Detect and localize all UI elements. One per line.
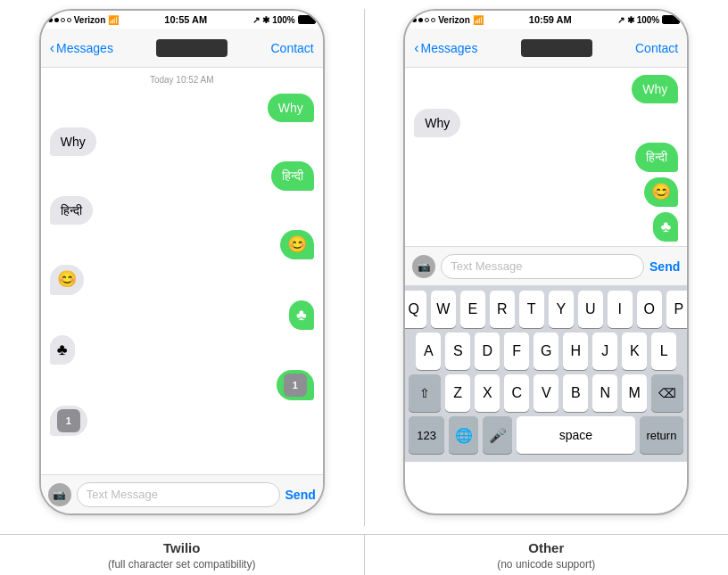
key-globe[interactable]: 🌐 <box>449 416 478 454</box>
contact-button[interactable]: Contact <box>270 41 313 55</box>
received-bubble: 😊 <box>50 265 84 294</box>
message-row: ♣ <box>50 300 314 330</box>
bluetooth-icon: ✱ <box>627 15 634 25</box>
key-s[interactable]: S <box>445 333 470 370</box>
key-l[interactable]: L <box>651 333 676 370</box>
sent-bubble: हिन्दी <box>271 161 314 190</box>
camera-icon[interactable]: 📷 <box>412 255 435 278</box>
message-row: Why <box>50 94 314 122</box>
key-e[interactable]: E <box>460 291 485 328</box>
back-label: Messages <box>421 41 478 55</box>
signal-dot-3 <box>61 18 65 22</box>
key-g[interactable]: G <box>534 333 558 370</box>
key-v[interactable]: V <box>534 374 558 412</box>
signal-dot-4 <box>67 18 71 22</box>
right-messages-area: Why Why हिन्दी 😊 ♣ <box>405 68 687 246</box>
key-d[interactable]: D <box>475 333 500 370</box>
contact-button[interactable]: Contact <box>635 41 678 55</box>
contact-name-redacted <box>521 39 592 57</box>
key-space[interactable]: space <box>517 416 634 454</box>
key-h[interactable]: H <box>563 333 588 370</box>
carrier-label: Verizon <box>74 15 106 25</box>
key-y[interactable]: Y <box>549 291 574 328</box>
input-placeholder: Text Message <box>451 259 522 273</box>
key-j[interactable]: J <box>592 333 617 370</box>
send-button[interactable]: Send <box>285 488 316 502</box>
main-container: Verizon 📶 10:55 AM ↗ ✱ 100% ‹ Messages <box>0 0 728 535</box>
left-status-left: Verizon 📶 <box>48 15 120 25</box>
wifi-icon: 📶 <box>108 15 119 25</box>
key-123[interactable]: 123 <box>409 416 444 454</box>
back-button[interactable]: ‹ Messages <box>414 40 477 56</box>
back-chevron-icon: ‹ <box>414 40 418 56</box>
key-mic[interactable]: 🎤 <box>483 416 512 454</box>
key-i[interactable]: I <box>608 291 633 328</box>
received-bubble: Why <box>414 109 460 137</box>
key-z[interactable]: Z <box>445 374 470 412</box>
battery-label: 100% <box>272 15 295 25</box>
key-t[interactable]: T <box>519 291 544 328</box>
key-b[interactable]: B <box>563 374 588 412</box>
message-row: हिन्दी <box>50 161 314 190</box>
sent-bubble: Why <box>268 94 314 122</box>
key-w[interactable]: W <box>431 291 456 328</box>
send-button[interactable]: Send <box>649 259 680 274</box>
delete-key[interactable]: ⌫ <box>651 374 683 412</box>
received-bubble: Why <box>50 127 96 156</box>
left-nav-bar: ‹ Messages Contact <box>41 29 323 68</box>
key-a[interactable]: A <box>416 333 441 370</box>
sent-bubble: ♣ <box>289 300 314 330</box>
message-row: हिन्दी <box>50 196 314 225</box>
key-q[interactable]: Q <box>403 291 426 328</box>
key-m[interactable]: M <box>622 374 647 412</box>
key-n[interactable]: N <box>592 374 617 412</box>
shift-key[interactable]: ⇧ <box>409 374 441 412</box>
signal-dot-3 <box>425 18 429 22</box>
right-status-left: Verizon 📶 <box>412 15 484 25</box>
left-messages-area: Today 10:52 AM Why Why हिन्दी हिन्दी <box>41 68 323 474</box>
location-icon: ↗ <box>617 15 625 25</box>
received-bubble: हिन्दी <box>50 196 93 225</box>
keyboard-row-1: Q W E R T Y U I O P <box>409 291 683 328</box>
message-row: ♣ <box>50 335 314 365</box>
right-caption-title: Other <box>528 538 564 557</box>
back-label: Messages <box>56 41 113 55</box>
carrier-label: Verizon <box>438 15 470 25</box>
caption-area: Twilio (full character set compatibility… <box>0 535 728 575</box>
key-r[interactable]: R <box>490 291 515 328</box>
signal-dot-4 <box>431 18 435 22</box>
key-f[interactable]: F <box>504 333 529 370</box>
sent-bubble: Why <box>632 75 678 103</box>
key-o[interactable]: O <box>637 291 662 328</box>
camera-icon[interactable]: 📷 <box>48 483 71 506</box>
sms-icon: 1 <box>57 409 80 432</box>
key-c[interactable]: C <box>504 374 529 412</box>
right-caption: Other (no unicode support) <box>365 535 729 575</box>
message-row: Why <box>414 109 678 137</box>
signal-dot-2 <box>54 18 59 22</box>
keyboard-row-2: A S D F G H J K L <box>409 333 683 370</box>
text-input[interactable]: Text Message <box>77 482 280 507</box>
message-row: 😊 <box>414 177 678 207</box>
back-button[interactable]: ‹ Messages <box>50 40 113 56</box>
sent-bubble: 😊 <box>280 230 314 259</box>
right-phone: Verizon 📶 10:59 AM ↗ ✱ 100% ‹ Messages <box>403 9 689 515</box>
key-p[interactable]: P <box>666 291 690 328</box>
key-k[interactable]: K <box>622 333 647 370</box>
signal-dot-1 <box>48 18 53 22</box>
left-caption: Twilio (full character set compatibility… <box>0 535 364 575</box>
message-row: 😊 <box>50 230 314 259</box>
sent-bubble: 1 <box>277 370 314 400</box>
left-caption-title: Twilio <box>163 538 200 557</box>
left-input-bar: 📷 Text Message Send <box>41 474 323 513</box>
key-x[interactable]: X <box>475 374 500 412</box>
input-placeholder: Text Message <box>87 488 158 501</box>
battery-label: 100% <box>637 15 660 25</box>
time-display: 10:59 AM <box>529 14 572 25</box>
key-return[interactable]: return <box>640 416 684 454</box>
right-status-bar: Verizon 📶 10:59 AM ↗ ✱ 100% <box>405 11 687 29</box>
right-status: ↗ ✱ 100% <box>252 15 316 25</box>
received-bubble: ♣ <box>50 335 75 365</box>
key-u[interactable]: U <box>578 291 603 328</box>
text-input[interactable]: Text Message <box>441 254 644 279</box>
